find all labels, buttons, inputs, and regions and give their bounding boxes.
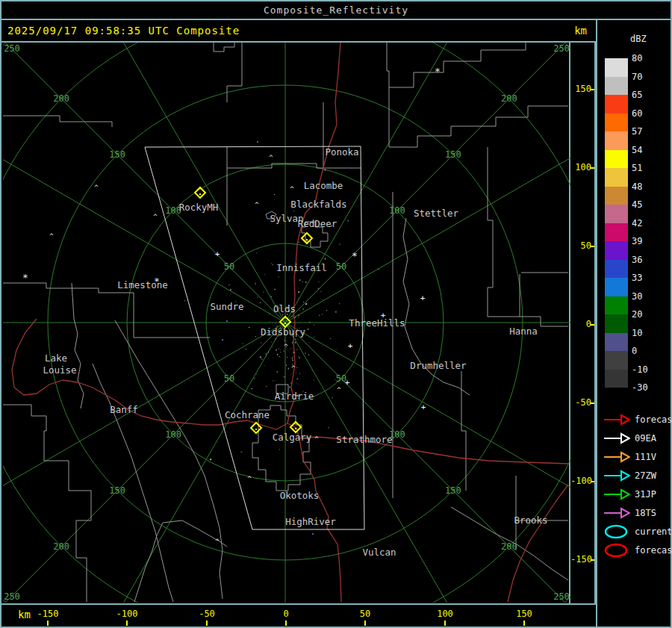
echo-dot: [264, 365, 265, 366]
right-axis-label: -100: [570, 476, 591, 486]
town-asterisk-marker: *: [154, 276, 160, 287]
echo-dot: [256, 253, 257, 254]
radar-map-area[interactable]: 5050505010010010010015015015015020020020…: [0, 43, 570, 605]
colorbar-cell: [605, 260, 628, 279]
range-ring-label: 200: [53, 93, 69, 104]
echo-dot: [308, 355, 309, 355]
echo-dot: [272, 347, 273, 348]
radar-map-canvas[interactable]: 5050505010010010010015015015015020020020…: [3, 43, 570, 603]
echo-dot: [297, 378, 298, 379]
map-layers: 5050505010010010010015015015015020020020…: [3, 43, 570, 603]
echo-dot: [320, 291, 322, 292]
echo-dot: [296, 379, 297, 380]
town-caret-marker: ^: [290, 185, 294, 193]
legend-arrow-icon: [603, 487, 630, 502]
county-border: [461, 371, 466, 491]
echo-dot: [305, 303, 307, 305]
echo-dot: [314, 324, 314, 326]
echo-dot: [271, 296, 272, 297]
colorbar-cell: [605, 278, 628, 296]
echo-dot: [273, 381, 273, 382]
colorbar-tick-label: 36: [632, 255, 642, 265]
town-plus-marker: +: [421, 402, 426, 412]
legend-item: forecast: [603, 543, 630, 558]
echo-dot: [293, 211, 294, 211]
echo-dot: [249, 301, 249, 302]
colorbar-cell: [605, 168, 628, 187]
right-axis-tick: [591, 559, 594, 561]
colorbar-cell: [605, 351, 628, 370]
echo-dot: [290, 387, 290, 388]
echo-dot: [296, 383, 296, 384]
echo-dot: [284, 376, 285, 377]
range-ring-label: 250: [553, 43, 570, 54]
radar-application-window: { "window": { "title": "Composite_Reflec…: [0, 0, 672, 628]
echo-dot: [378, 269, 379, 270]
legend-item-label: 31JP: [635, 489, 656, 500]
legend-item-label: 18TS: [635, 508, 656, 518]
bottom-axis-tick: [285, 621, 287, 626]
colorbar-cell: [605, 95, 628, 114]
legend-arrow-icon: [603, 412, 630, 427]
city-label-vulcan: Vulcan: [362, 547, 396, 558]
range-ring-label: 150: [109, 149, 125, 160]
echo-dot: [280, 352, 281, 352]
echo-dot: [340, 243, 340, 245]
legend-item-label: forecast: [635, 545, 672, 556]
echo-dot: [348, 220, 349, 222]
right-distance-axis: 150100500-50-100-150: [570, 43, 596, 605]
echo-dot: [286, 365, 287, 366]
echo-dot: [240, 452, 242, 453]
echo-dot: [253, 394, 254, 395]
range-ring-label: 50: [224, 373, 234, 384]
echo-dot: [276, 371, 278, 373]
town-caret-marker: ^: [153, 213, 158, 220]
town-caret-marker: ^: [49, 232, 54, 240]
echo-dot: [255, 336, 256, 337]
echo-dot: [256, 374, 257, 375]
dbz-scale-title: dBZ: [630, 34, 647, 44]
echo-dot: [271, 264, 272, 264]
range-ring-label: 250: [553, 591, 570, 602]
echo-dot: [332, 397, 333, 398]
bottom-axis-label: -50: [199, 609, 215, 619]
echo-dot: [276, 380, 276, 381]
colorbar-tick-label: 57: [632, 126, 642, 137]
colorbar-tick-label: 33: [632, 273, 642, 283]
echo-dot: [303, 308, 304, 310]
echo-dot: [322, 314, 323, 315]
legend-item: forecast: [603, 412, 630, 427]
colorbar-cell: [605, 314, 628, 333]
town-asterisk-marker: *: [435, 66, 441, 77]
echo-dot: [284, 340, 285, 341]
echo-dot: [295, 317, 296, 318]
echo-dot: [293, 341, 293, 343]
echo-dot: [298, 315, 299, 316]
bottom-axis-label: -150: [37, 609, 59, 619]
echo-dot: [261, 342, 261, 343]
echo-dot: [296, 373, 296, 373]
echo-dot: [288, 368, 289, 370]
colorbar-cell: [605, 241, 628, 260]
legend-arrow-icon: [603, 506, 630, 520]
town-plus-marker: +: [381, 311, 386, 320]
colorbar-cell: [605, 58, 628, 77]
echo-dot: [312, 370, 313, 370]
county-border: [44, 431, 91, 602]
echo-dot: [279, 356, 280, 357]
city-label-limestone: Limestone: [117, 279, 168, 290]
colorbar-cell: [605, 187, 628, 205]
echo-dot-blue: [312, 533, 314, 535]
colorbar-cell: [605, 131, 628, 150]
echo-dot: [296, 367, 297, 368]
bottom-axis-label: 150: [516, 609, 532, 619]
town-asterisk-marker: *: [22, 272, 28, 283]
echo-dot: [271, 342, 272, 343]
city-label-brooks: Brooks: [514, 514, 547, 526]
range-ring-label: 150: [445, 485, 461, 496]
town-plus-marker: +: [345, 378, 350, 388]
echo-dot: [210, 458, 211, 460]
echo-dot: [305, 282, 306, 283]
right-axis-label: 100: [570, 162, 591, 172]
echo-dot: [292, 358, 293, 359]
